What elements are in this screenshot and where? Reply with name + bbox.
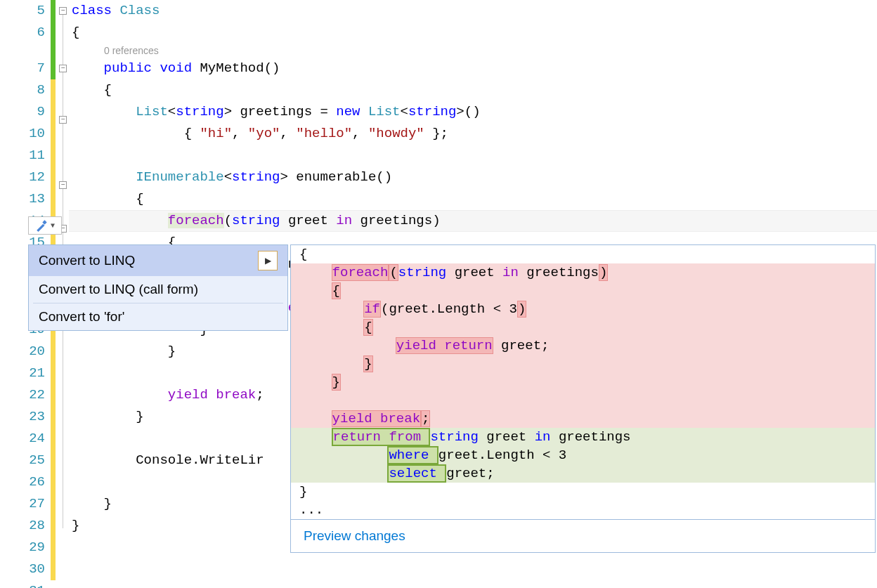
preview-line-deleted: } [291,373,875,391]
code-line[interactable]: List<string> greetings = new List<string… [69,101,877,123]
quick-actions-button[interactable]: ▼ [28,216,62,235]
outline-collapse-icon[interactable]: − [59,7,67,15]
preview-line-added: select greet; [291,464,875,483]
line-number: 21 [0,362,45,384]
submenu-arrow-icon: ▶ [258,251,278,270]
line-number: 12 [0,166,45,188]
line-number: 6 [0,22,45,44]
preview-line-deleted: yield return greet; [291,337,875,355]
menu-item-convert-to-for[interactable]: Convert to 'for' [29,303,287,330]
preview-line: { [291,245,875,263]
preview-line-added: where greet.Length < 3 [291,446,875,464]
preview-line-deleted: yield break; [291,410,875,428]
menu-item-label: Convert to 'for' [39,309,124,325]
quick-actions-menu: Convert to LINQ ▶ Convert to LINQ (call … [28,244,288,331]
chevron-down-icon: ▼ [51,222,55,230]
preview-line-deleted: { [291,318,875,337]
line-number: 27 [0,493,45,515]
change-stripe-saved [51,44,56,58]
preview-changes-link[interactable]: Preview changes [291,519,875,552]
code-line[interactable]: { [69,22,877,44]
menu-item-label: Convert to LINQ [39,253,135,268]
line-number: 26 [0,471,45,493]
change-stripe-saved [51,0,56,22]
screwdriver-icon [35,219,48,232]
preview-line-added: return from string greet in greetings [291,428,875,446]
code-preview-panel: { foreach(string greet in greetings) { i… [290,244,876,553]
line-number: 29 [0,537,45,558]
code-line[interactable]: public void MyMethod() [69,58,877,79]
outline-collapse-icon[interactable]: − [59,65,67,72]
codelens-references[interactable]: 0 references [69,44,877,58]
line-number: 8 [0,79,45,101]
change-stripe-saved [51,22,56,44]
menu-item-convert-to-linq-call-form[interactable]: Convert to LINQ (call form) [29,276,287,303]
code-line[interactable]: { [69,79,877,101]
code-line[interactable] [69,145,877,166]
code-line-current[interactable]: foreach(string greet in greetings) [69,210,877,232]
preview-line: } [291,483,875,501]
preview-line-deleted: foreach(string greet in greetings) [291,263,875,282]
preview-line-deleted [291,391,875,410]
line-number: 22 [0,384,45,406]
line-number: 28 [0,515,45,537]
code-line[interactable]: { [69,188,877,210]
svg-rect-0 [42,220,46,224]
preview-line-deleted: if(greet.Length < 3) [291,300,875,318]
line-number: 30 [0,558,45,580]
line-number: 10 [0,123,45,145]
line-number: 5 [0,0,45,22]
preview-line-deleted: } [291,355,875,373]
line-number: 31 [0,580,45,588]
code-line[interactable]: IEnumerable<string> enumerable() [69,166,877,188]
line-number: 20 [0,341,45,362]
outline-collapse-icon[interactable]: − [59,181,67,189]
line-number: 7 [0,58,45,79]
preview-line-deleted: { [291,282,875,300]
change-stripe-saved [51,58,56,79]
code-line[interactable]: { "hi", "yo", "hello", "howdy" }; [69,123,877,145]
line-number: 13 [0,188,45,210]
line-number: 25 [0,450,45,471]
menu-item-label: Convert to LINQ (call form) [39,282,198,297]
code-line[interactable]: class Class [69,0,877,22]
preview-line: ... [291,501,875,519]
line-number: 11 [0,145,45,166]
line-number: 24 [0,428,45,450]
menu-item-convert-to-linq[interactable]: Convert to LINQ ▶ [29,245,287,276]
outline-collapse-icon[interactable]: − [59,116,67,124]
line-number: 23 [0,406,45,428]
line-number: 9 [0,101,45,123]
